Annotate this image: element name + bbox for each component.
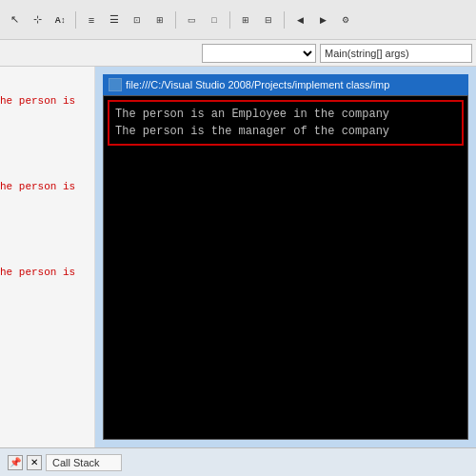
sidebar-line-3: he person is [0,267,75,278]
callstack-label: Call Stack [46,454,122,471]
separator-4 [284,11,285,29]
console-output-highlight: The person is an Employee in the company… [108,100,464,146]
export2-tool-button[interactable]: ⊟ [258,10,279,30]
sidebar-line-1: he person is [0,95,75,107]
method-display: Main(string[] args) [320,44,472,63]
nav-fwd-button[interactable]: ▶ [312,10,333,30]
console-title: file:///C:/Visual Studio 2008/Projects/i… [126,79,389,90]
select-tool-button[interactable]: ↖ [4,10,25,30]
console-output-line2: The person is the manager of the company [115,123,456,140]
box-tool-button[interactable]: ▭ [181,10,202,30]
main-toolbar: ↖ ⊹ A↕ ≡ ☰ ⊡ ⊞ ▭ □ ⊞ ⊟ ◀ ▶ ⚙ [0,0,476,40]
console-window-icon [109,78,122,91]
separator-2 [175,11,176,29]
close-panel-button[interactable]: ✕ [27,455,42,470]
main-content-area: he person is he person is he person is f… [0,67,476,447]
status-bar: 📌 ✕ Call Stack [0,447,476,476]
align-tool-button[interactable]: ⊡ [127,10,148,30]
method-label: Main(string[] args) [325,48,409,59]
method-toolbar: Main(string[] args) [0,40,476,67]
console-wrapper: file:///C:/Visual Studio 2008/Projects/i… [95,67,476,447]
list-tool-button[interactable]: ≡ [81,10,102,30]
list2-tool-button[interactable]: ☰ [104,10,125,30]
console-output-line1: The person is an Employee in the company [115,106,456,123]
separator-3 [229,11,230,29]
settings-button[interactable]: ⚙ [335,10,356,30]
text-size-button[interactable]: A↕ [50,10,70,30]
layout-tool-button[interactable]: ⊞ [149,10,170,30]
console-titlebar: file:///C:/Visual Studio 2008/Projects/i… [103,74,468,95]
pin-button[interactable]: 📌 [8,455,23,470]
left-sidebar: he person is he person is he person is [0,67,95,447]
console-window: The person is an Employee in the company… [103,95,468,440]
export-tool-button[interactable]: ⊞ [235,10,256,30]
separator-1 [75,11,76,29]
box2-tool-button[interactable]: □ [204,10,225,30]
class-dropdown[interactable] [202,44,316,63]
sidebar-line-2: he person is [0,181,75,192]
nav-back-button[interactable]: ◀ [289,10,310,30]
move-tool-button[interactable]: ⊹ [27,10,48,30]
